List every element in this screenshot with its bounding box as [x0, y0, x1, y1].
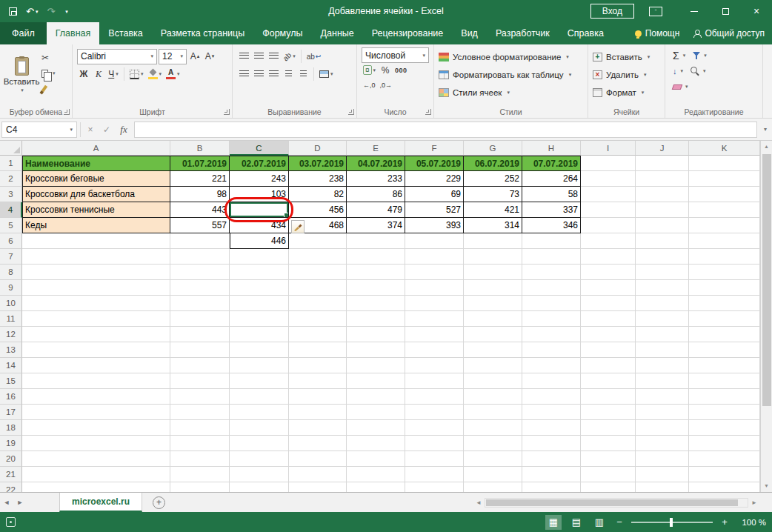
cell-J6[interactable] — [636, 233, 689, 249]
cell-B20[interactable] — [170, 451, 230, 467]
cell-B13[interactable] — [170, 342, 230, 358]
cell-K8[interactable] — [689, 265, 760, 280]
cell-D14[interactable] — [289, 358, 347, 373]
cell-A11[interactable] — [22, 311, 170, 327]
align-middle-button[interactable] — [252, 49, 265, 64]
cell-E3[interactable]: 86 — [347, 187, 405, 202]
cell-J5[interactable] — [636, 218, 689, 233]
cell-K12[interactable] — [689, 327, 760, 342]
cell-C5[interactable]: 434 — [230, 218, 289, 233]
cell-C4[interactable] — [230, 202, 289, 218]
cell-I2[interactable] — [581, 171, 636, 187]
cell-G2[interactable]: 252 — [464, 171, 522, 187]
cell-G20[interactable] — [464, 451, 522, 467]
cell-C14[interactable] — [230, 358, 289, 373]
save-button[interactable] — [9, 7, 17, 16]
cell-K11[interactable] — [689, 311, 760, 327]
cell-B11[interactable] — [170, 311, 230, 327]
cell-C8[interactable] — [230, 265, 289, 280]
cell-G6[interactable] — [464, 233, 522, 249]
cell-H3[interactable]: 58 — [522, 187, 581, 202]
cell-G4[interactable]: 421 — [464, 202, 522, 218]
cell-K13[interactable] — [689, 342, 760, 358]
cell-E10[interactable] — [347, 296, 405, 311]
cell-B16[interactable] — [170, 389, 230, 405]
cell-K16[interactable] — [689, 389, 760, 405]
fill-button[interactable]: ↓▾ — [670, 64, 686, 79]
cell-F15[interactable] — [405, 373, 464, 389]
cell-D3[interactable]: 82 — [289, 187, 347, 202]
cell-A14[interactable] — [22, 358, 170, 373]
paste-button[interactable]: Вставить ▾ — [4, 48, 39, 102]
cell-F7[interactable] — [405, 249, 464, 265]
cell-E15[interactable] — [347, 373, 405, 389]
cell-I4[interactable] — [581, 202, 636, 218]
ribbon-tab-Формулы[interactable]: Формулы — [253, 22, 311, 44]
cell-E21[interactable] — [347, 467, 405, 482]
column-header-A[interactable]: A — [22, 141, 170, 156]
cell-C6[interactable]: 446 — [230, 233, 289, 249]
scroll-left-arrow[interactable]: ◄ — [473, 499, 485, 506]
cell-J1[interactable] — [636, 156, 689, 171]
zoom-in-button[interactable]: + — [719, 516, 730, 528]
row-header-7[interactable]: 7 — [0, 249, 22, 265]
cell-C21[interactable] — [230, 467, 289, 482]
cell-F1[interactable]: 05.07.2019 — [405, 156, 464, 171]
cell-B7[interactable] — [170, 249, 230, 265]
cell-E18[interactable] — [347, 420, 405, 436]
cell-J8[interactable] — [636, 265, 689, 280]
decrease-indent-button[interactable] — [282, 67, 295, 82]
ribbon-tab-file[interactable]: Файл — [0, 22, 47, 44]
cell-I15[interactable] — [581, 373, 636, 389]
cell-I8[interactable] — [581, 265, 636, 280]
minimize-button[interactable] — [679, 0, 710, 22]
increase-font-button[interactable]: А▴ — [188, 49, 202, 64]
column-header-K[interactable]: K — [689, 141, 760, 156]
align-right-button[interactable] — [267, 67, 280, 82]
cell-A3[interactable]: Кроссовки для баскетбола — [22, 187, 170, 202]
alignment-dialog-launcher[interactable] — [348, 109, 354, 115]
row-header-9[interactable]: 9 — [0, 280, 22, 296]
row-header-13[interactable]: 13 — [0, 342, 22, 358]
sheet-nav-left[interactable]: ◄ — [0, 499, 13, 506]
cell-I3[interactable] — [581, 187, 636, 202]
cell-C11[interactable] — [230, 311, 289, 327]
cell-D13[interactable] — [289, 342, 347, 358]
cell-H4[interactable]: 337 — [522, 202, 581, 218]
cell-H20[interactable] — [522, 451, 581, 467]
cell-K18[interactable] — [689, 420, 760, 436]
ribbon-tab-Справка[interactable]: Справка — [559, 22, 613, 44]
cell-E4[interactable]: 479 — [347, 202, 405, 218]
cell-E7[interactable] — [347, 249, 405, 265]
row-header-18[interactable]: 18 — [0, 420, 22, 436]
row-header-6[interactable]: 6 — [0, 233, 22, 249]
cell-H14[interactable] — [522, 358, 581, 373]
cell-K15[interactable] — [689, 373, 760, 389]
cell-D2[interactable]: 238 — [289, 171, 347, 187]
row-header-8[interactable]: 8 — [0, 265, 22, 280]
cell-D9[interactable] — [289, 280, 347, 296]
cell-B18[interactable] — [170, 420, 230, 436]
cell-A16[interactable] — [22, 389, 170, 405]
cell-E20[interactable] — [347, 451, 405, 467]
cell-J21[interactable] — [636, 467, 689, 482]
cell-H22[interactable] — [522, 482, 581, 492]
cell-G12[interactable] — [464, 327, 522, 342]
align-left-button[interactable] — [237, 67, 250, 82]
column-header-I[interactable]: I — [581, 141, 636, 156]
cell-K1[interactable] — [689, 156, 760, 171]
find-select-button[interactable]: ▾ — [688, 64, 709, 79]
row-header-5[interactable]: 5 — [0, 218, 22, 233]
cell-A5[interactable]: Кеды — [22, 218, 170, 233]
row-header-15[interactable]: 15 — [0, 373, 22, 389]
font-dialog-launcher[interactable] — [224, 109, 230, 115]
cell-F5[interactable]: 393 — [405, 218, 464, 233]
cell-E19[interactable] — [347, 436, 405, 451]
cell-I10[interactable] — [581, 296, 636, 311]
cell-I13[interactable] — [581, 342, 636, 358]
share-button[interactable]: Общий доступ — [693, 28, 765, 39]
clear-button[interactable]: ▾ — [670, 80, 691, 94]
copy-button[interactable]: ▾ — [41, 67, 56, 80]
cell-H16[interactable] — [522, 389, 581, 405]
cell-F2[interactable]: 229 — [405, 171, 464, 187]
